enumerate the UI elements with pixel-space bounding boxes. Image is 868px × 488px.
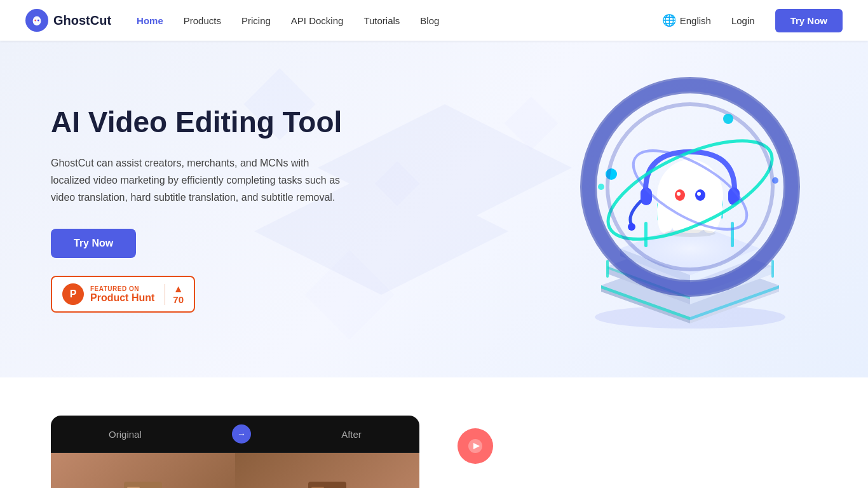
svg-rect-20: [731, 222, 734, 247]
nav-api-docking[interactable]: API Docking: [291, 15, 344, 26]
hero-content: AI Video Editing Tool GhostCut can assis…: [0, 55, 394, 363]
ph-vote-count: 70: [173, 294, 184, 305]
hero-section: AI Video Editing Tool GhostCut can assis…: [0, 41, 868, 377]
hero-try-now-button[interactable]: Try Now: [51, 229, 136, 258]
nav-pricing[interactable]: Pricing: [241, 15, 271, 26]
logo-text: GhostCut: [53, 13, 111, 28]
header-try-now-button[interactable]: Try Now: [775, 9, 843, 32]
svg-point-31: [628, 223, 635, 231]
nav-links: Home Products Pricing API Docking Tutori…: [137, 15, 439, 26]
ph-upvote-icon: ▲: [173, 284, 184, 294]
nav-home[interactable]: Home: [137, 15, 163, 26]
demo-after-image: [235, 453, 419, 488]
language-button[interactable]: 🌐 English: [662, 13, 711, 27]
below-fold-section: Original → After: [0, 377, 868, 488]
svg-rect-18: [771, 260, 774, 278]
ph-votes: ▲ 70: [165, 284, 184, 305]
hero-svg: [538, 63, 843, 355]
demo-images: [51, 453, 419, 488]
logo-icon: [25, 9, 48, 32]
login-button[interactable]: Login: [724, 11, 763, 30]
product-hunt-logo: P: [62, 283, 84, 305]
svg-point-39: [598, 184, 604, 190]
nav-products[interactable]: Products: [184, 15, 221, 26]
navbar-left: GhostCut Home Products Pricing API Docki…: [25, 9, 439, 32]
feature-icon: [458, 428, 493, 464]
logo[interactable]: GhostCut: [25, 9, 111, 32]
nav-tutorials[interactable]: Tutorials: [363, 15, 400, 26]
demo-arrow-icon: →: [232, 424, 251, 444]
hero-illustration: [538, 63, 843, 355]
ph-name: Product Hunt: [90, 292, 154, 304]
navbar-right: 🌐 English Login Try Now: [662, 9, 843, 32]
nav-blog[interactable]: Blog: [420, 15, 439, 26]
product-hunt-text: FEATURED ON Product Hunt: [90, 285, 154, 304]
svg-point-25: [677, 192, 681, 196]
hero-description: GhostCut can assist creators, merchants,…: [51, 154, 343, 207]
svg-rect-19: [644, 222, 648, 247]
svg-point-27: [697, 192, 701, 196]
language-label: English: [680, 15, 711, 26]
product-hunt-badge[interactable]: P FEATURED ON Product Hunt ▲ 70: [51, 276, 195, 313]
demo-original-label: Original: [109, 429, 142, 440]
demo-after-label: After: [341, 429, 362, 440]
demo-original-image: [51, 453, 235, 488]
svg-point-2: [37, 20, 39, 22]
demo-header: Original → After: [51, 416, 419, 453]
svg-rect-17: [606, 260, 609, 278]
globe-icon: 🌐: [662, 13, 676, 27]
ph-featured-label: FEATURED ON: [90, 285, 154, 292]
svg-point-1: [34, 20, 36, 22]
feature-right: [458, 416, 817, 464]
navbar: GhostCut Home Products Pricing API Docki…: [0, 0, 868, 41]
svg-point-40: [772, 177, 778, 184]
hero-title: AI Video Editing Tool: [51, 105, 343, 139]
demo-card: Original → After: [51, 416, 419, 488]
svg-point-38: [723, 114, 733, 124]
